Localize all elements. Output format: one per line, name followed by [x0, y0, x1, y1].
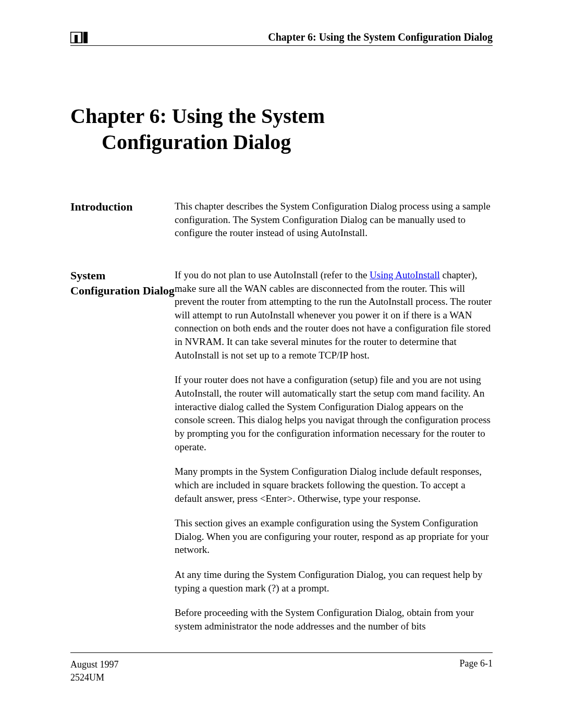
header-chapter-title: Chapter 6: Using the System Configuratio…	[268, 31, 493, 43]
svg-rect-2	[83, 32, 88, 43]
scd-paragraph-4: This section gives an example configurat…	[175, 516, 493, 557]
chapter-title-line1: Chapter 6: Using the System	[70, 104, 325, 128]
introduction-paragraph: This chapter describes the System Config…	[175, 200, 493, 240]
scd-paragraph-3: Many prompts in the System Configuration…	[175, 465, 493, 505]
scd-body: If you do not plan to use AutoInstall (r…	[175, 268, 493, 633]
scd-paragraph-5: At any time during the System Configurat…	[175, 568, 493, 595]
chapter-title-line2: Configuration Dialog	[70, 129, 493, 155]
scd-p1-prefix: If you do not plan to use AutoInstall (r…	[175, 269, 370, 280]
company-logo-icon	[70, 32, 89, 43]
introduction-body: This chapter describes the System Config…	[175, 200, 493, 240]
chapter-title: Chapter 6: Using the System Configuratio…	[70, 103, 493, 155]
footer-docnum: 2524UM	[70, 671, 119, 684]
footer-page-number: Page 6-1	[460, 658, 493, 684]
scd-paragraph-6: Before proceeding with the System Config…	[175, 606, 493, 633]
scd-p1-suffix: chapter), make sure all the WAN cables a…	[175, 269, 492, 361]
section-system-config-dialog: System Configuration Dialog If you do no…	[70, 268, 493, 633]
page-footer: August 1997 2524UM Page 6-1	[70, 652, 493, 684]
document-page: Chapter 6: Using the System Configuratio…	[0, 0, 563, 693]
svg-rect-1	[75, 35, 78, 43]
section-introduction: Introduction This chapter describes the …	[70, 200, 493, 240]
page-header: Chapter 6: Using the System Configuratio…	[70, 31, 493, 46]
scd-paragraph-2: If your router does not have a configura…	[175, 373, 493, 453]
introduction-heading: Introduction	[70, 200, 175, 215]
footer-date: August 1997	[70, 658, 119, 671]
footer-left: August 1997 2524UM	[70, 658, 119, 684]
using-autoinstall-link[interactable]: Using AutoInstall	[370, 269, 440, 280]
scd-heading: System Configuration Dialog	[70, 268, 175, 298]
scd-paragraph-1: If you do not plan to use AutoInstall (r…	[175, 268, 493, 362]
